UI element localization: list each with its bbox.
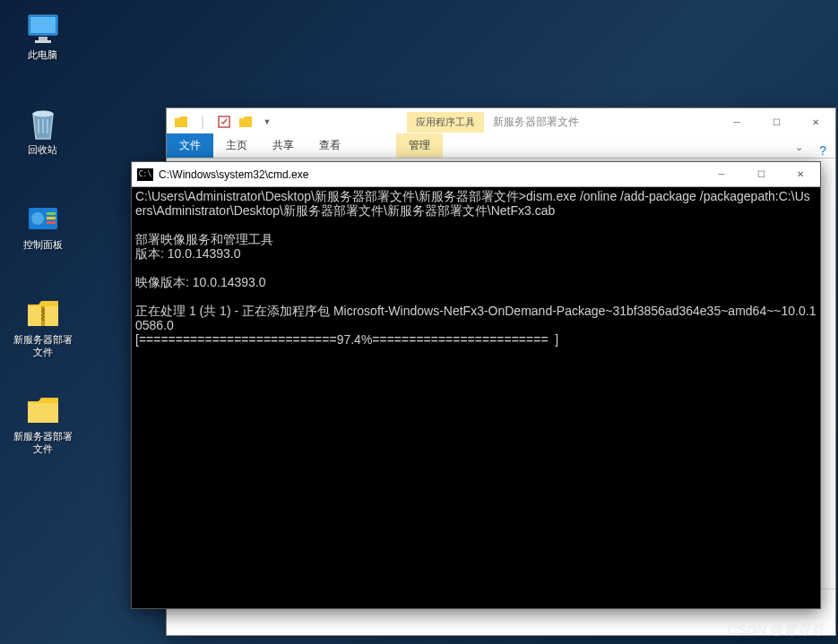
minimize-button[interactable]: ─ [717, 109, 756, 134]
cmd-icon: C:\ [137, 168, 153, 181]
cmd-title: C:\Windows\system32\cmd.exe [159, 168, 702, 181]
quick-access-toolbar: | ▼ [167, 113, 281, 131]
explorer-titlebar[interactable]: | ▼ 应用程序工具 新服务器部署文件 ─ ☐ ✕ [167, 108, 835, 135]
desktop-icon-this-pc[interactable]: 此电脑 [9, 13, 76, 61]
cmd-line: 部署映像服务和管理工具 [135, 232, 273, 246]
recycle-bin-icon [25, 107, 61, 140]
tab-file[interactable]: 文件 [167, 133, 213, 158]
svg-point-6 [31, 212, 44, 225]
watermark: CSDN @青哥哥 [728, 622, 824, 639]
svg-rect-3 [35, 40, 51, 43]
desktop-icon-label: 新服务器部署文件 [9, 430, 76, 455]
desktop-icon-folder-2[interactable]: 新服务器部署文件 [9, 394, 76, 455]
cmd-titlebar[interactable]: C:\ C:\Windows\system32\cmd.exe ─ ☐ ✕ [132, 162, 820, 187]
maximize-button[interactable]: ☐ [756, 109, 796, 134]
svg-rect-2 [39, 37, 48, 40]
desktop-icon-recycle-bin[interactable]: 回收站 [9, 107, 76, 156]
help-icon[interactable]: ? [819, 143, 826, 158]
divider-icon: | [194, 113, 212, 131]
cmd-output[interactable]: C:\Users\Administrator\Desktop\新服务器部署文件\… [132, 187, 820, 348]
cmd-line: [===========================97.4%=======… [135, 332, 558, 347]
desktop-icon-label: 控制面板 [9, 238, 76, 251]
svg-rect-9 [47, 221, 56, 224]
desktop-icon-label: 新服务器部署文件 [9, 333, 76, 358]
folder-icon[interactable] [172, 113, 190, 131]
control-panel-icon [25, 202, 61, 235]
minimize-button[interactable]: ─ [702, 162, 741, 187]
chevron-down-icon[interactable]: ⌄ [790, 137, 808, 158]
desktop-icon-label: 此电脑 [9, 48, 76, 61]
tab-share[interactable]: 共享 [260, 133, 307, 158]
tab-home[interactable]: 主页 [213, 133, 260, 158]
tab-view[interactable]: 查看 [307, 133, 353, 158]
new-folder-icon[interactable] [237, 113, 255, 131]
pc-icon [25, 13, 61, 45]
ribbon-tabs: 文件 主页 共享 查看 管理 ⌄ ? [167, 135, 835, 159]
desktop-icon-control-panel[interactable]: 控制面板 [9, 202, 76, 251]
svg-rect-1 [30, 17, 56, 33]
contextual-tab-header: 应用程序工具 [407, 112, 484, 133]
svg-rect-7 [47, 212, 56, 215]
chevron-down-icon[interactable]: ▼ [258, 113, 276, 131]
zip-folder-icon [25, 297, 61, 330]
close-button[interactable]: ✕ [796, 109, 835, 134]
cmd-line: 映像版本: 10.0.14393.0 [135, 275, 266, 289]
close-button[interactable]: ✕ [781, 162, 820, 187]
tab-manage[interactable]: 管理 [396, 133, 443, 158]
cmd-window: C:\ C:\Windows\system32\cmd.exe ─ ☐ ✕ C:… [131, 161, 821, 609]
cmd-line: C:\Users\Administrator\Desktop\新服务器部署文件\… [135, 189, 810, 218]
maximize-button[interactable]: ☐ [741, 162, 781, 187]
svg-rect-8 [47, 217, 56, 219]
explorer-title: 新服务器部署文件 [484, 115, 717, 130]
folder-icon [25, 394, 61, 426]
desktop-icon-folder-1[interactable]: 新服务器部署文件 [9, 297, 76, 358]
cmd-line: 正在处理 1 (共 1) - 正在添加程序包 Microsoft-Windows… [135, 304, 816, 332]
properties-icon[interactable] [215, 113, 233, 131]
svg-point-4 [33, 111, 53, 116]
desktop-icon-label: 回收站 [9, 143, 76, 156]
cmd-line: 版本: 10.0.14393.0 [135, 246, 241, 261]
